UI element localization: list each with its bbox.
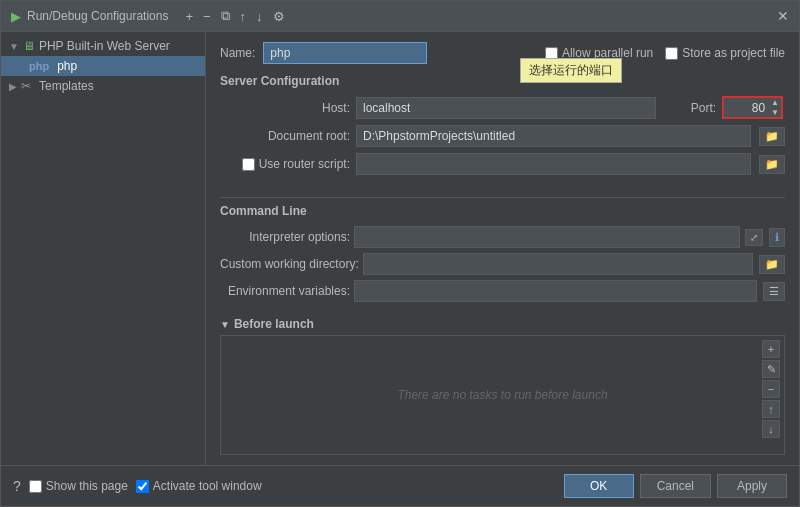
server-config-section: Server Configuration Host: Port: ▲ ▼ — [220, 74, 785, 181]
tree-item-php[interactable]: php php — [1, 56, 205, 76]
host-input[interactable] — [356, 97, 656, 119]
before-launch-actions: + ✎ − ↑ ↓ — [762, 340, 780, 438]
interpreter-expand-button[interactable]: ⤢ — [745, 229, 763, 246]
use-router-row: Use router script: 📁 — [220, 153, 785, 175]
custom-working-dir-input[interactable] — [363, 253, 753, 275]
settings-button[interactable]: ⚙ — [270, 7, 288, 25]
store-as-project-checkbox[interactable] — [665, 47, 678, 60]
run-debug-dialog: ▶ Run/Debug Configurations + − ⧉ ↑ ↓ ⚙ ✕… — [0, 0, 800, 507]
interpreter-options-row: Interpreter options: ⤢ ℹ — [220, 226, 785, 248]
document-root-row: Document root: 📁 — [220, 125, 785, 147]
templates-expand-arrow: ▶ — [9, 81, 17, 92]
command-line-section: Command Line Interpreter options: ⤢ ℹ Cu… — [220, 204, 785, 307]
dialog-title: Run/Debug Configurations — [27, 9, 168, 23]
cancel-button[interactable]: Cancel — [640, 474, 711, 498]
router-script-input[interactable] — [356, 153, 751, 175]
host-row: Host: Port: ▲ ▼ — [220, 96, 785, 119]
before-launch-add-button[interactable]: + — [762, 340, 780, 358]
document-root-label: Document root: — [220, 129, 350, 143]
php-config-icon: php — [29, 60, 49, 72]
env-variables-browse-button[interactable]: ☰ — [763, 282, 785, 301]
port-increment-button[interactable]: ▲ — [769, 98, 781, 108]
port-container: Port: ▲ ▼ — [691, 96, 785, 119]
main-content: ▼ 🖥 PHP Built-in Web Server php php ▶ ✂ … — [1, 32, 799, 465]
tree-item-templates[interactable]: ▶ ✂ Templates — [1, 76, 205, 96]
command-line-title: Command Line — [220, 204, 785, 218]
ok-button[interactable]: OK — [564, 474, 634, 498]
server-icon: 🖥 — [23, 39, 35, 53]
name-label: Name: — [220, 46, 255, 60]
show-page-checkbox[interactable] — [29, 480, 42, 493]
interpreter-info-button[interactable]: ℹ — [769, 228, 785, 247]
activate-tool-checkbox[interactable] — [136, 480, 149, 493]
custom-working-dir-label: Custom working directory: — [220, 257, 359, 271]
router-browse-button[interactable]: 📁 — [759, 155, 785, 174]
before-launch-title: Before launch — [234, 317, 314, 331]
left-panel: ▼ 🖥 PHP Built-in Web Server php php ▶ ✂ … — [1, 32, 206, 465]
before-launch-up-button[interactable]: ↑ — [762, 400, 780, 418]
activate-tool-checkbox-label[interactable]: Activate tool window — [136, 479, 262, 493]
port-input[interactable] — [724, 99, 769, 117]
interpreter-options-label: Interpreter options: — [220, 230, 350, 244]
name-input[interactable] — [263, 42, 427, 64]
before-launch-section: ▼ Before launch There are no tasks to ru… — [220, 317, 785, 455]
before-launch-box: There are no tasks to run before launch … — [220, 335, 785, 455]
copy-config-button[interactable]: ⧉ — [218, 7, 233, 25]
env-variables-label: Environment variables: — [220, 284, 350, 298]
move-down-button[interactable]: ↓ — [253, 7, 266, 25]
tree-expand-arrow: ▼ — [9, 41, 19, 52]
show-page-checkbox-label[interactable]: Show this page — [29, 479, 128, 493]
tree-item-php-builtin-label: PHP Built-in Web Server — [39, 39, 170, 53]
apply-button[interactable]: Apply — [717, 474, 787, 498]
server-config-title: Server Configuration — [220, 74, 785, 88]
move-up-button[interactable]: ↑ — [237, 7, 250, 25]
use-router-checkbox[interactable] — [242, 158, 255, 171]
right-panel: Name: Allow parallel run Store as projec… — [206, 32, 799, 465]
close-button[interactable]: ✕ — [777, 8, 789, 24]
port-label: Port: — [691, 101, 716, 115]
templates-icon: ✂ — [21, 79, 31, 93]
custom-working-dir-browse-button[interactable]: 📁 — [759, 255, 785, 274]
before-launch-header: ▼ Before launch — [220, 317, 785, 331]
before-launch-edit-button[interactable]: ✎ — [762, 360, 780, 378]
config-tree: ▼ 🖥 PHP Built-in Web Server php php ▶ ✂ … — [1, 32, 205, 465]
help-icon[interactable]: ? — [13, 478, 21, 494]
name-top-row: Name: Allow parallel run Store as projec… — [220, 42, 785, 64]
env-variables-row: Environment variables: ☰ — [220, 280, 785, 302]
document-root-browse-button[interactable]: 📁 — [759, 127, 785, 146]
bottom-bar: ? Show this page Activate tool window OK… — [1, 465, 799, 506]
document-root-input[interactable] — [356, 125, 751, 147]
title-bar: ▶ Run/Debug Configurations + − ⧉ ↑ ↓ ⚙ ✕ — [1, 1, 799, 32]
dialog-icon: ▶ — [11, 9, 21, 24]
use-router-checkbox-label[interactable]: Use router script: — [220, 157, 350, 171]
before-launch-placeholder: There are no tasks to run before launch — [397, 388, 607, 402]
port-tooltip: 选择运行的端口 — [520, 58, 622, 83]
host-label: Host: — [220, 101, 350, 115]
tree-item-templates-label: Templates — [39, 79, 94, 93]
tree-item-php-builtin[interactable]: ▼ 🖥 PHP Built-in Web Server — [1, 36, 205, 56]
title-toolbar: + − ⧉ ↑ ↓ ⚙ — [182, 7, 287, 25]
port-input-wrapper: ▲ ▼ — [722, 96, 783, 119]
custom-working-dir-row: Custom working directory: 📁 — [220, 253, 785, 275]
before-launch-down-button[interactable]: ↓ — [762, 420, 780, 438]
port-decrement-button[interactable]: ▼ — [769, 108, 781, 118]
env-variables-input[interactable] — [354, 280, 757, 302]
use-router-label-cell: Use router script: — [220, 157, 350, 171]
add-config-button[interactable]: + — [182, 7, 196, 25]
tree-item-php-label: php — [57, 59, 77, 73]
remove-config-button[interactable]: − — [200, 7, 214, 25]
before-launch-collapse-arrow[interactable]: ▼ — [220, 319, 230, 330]
separator-1 — [220, 197, 785, 198]
bottom-left: ? Show this page Activate tool window — [13, 478, 262, 494]
interpreter-options-input[interactable] — [354, 226, 740, 248]
bottom-right: OK Cancel Apply — [564, 474, 787, 498]
before-launch-remove-button[interactable]: − — [762, 380, 780, 398]
store-as-project-checkbox-label[interactable]: Store as project file — [665, 46, 785, 60]
